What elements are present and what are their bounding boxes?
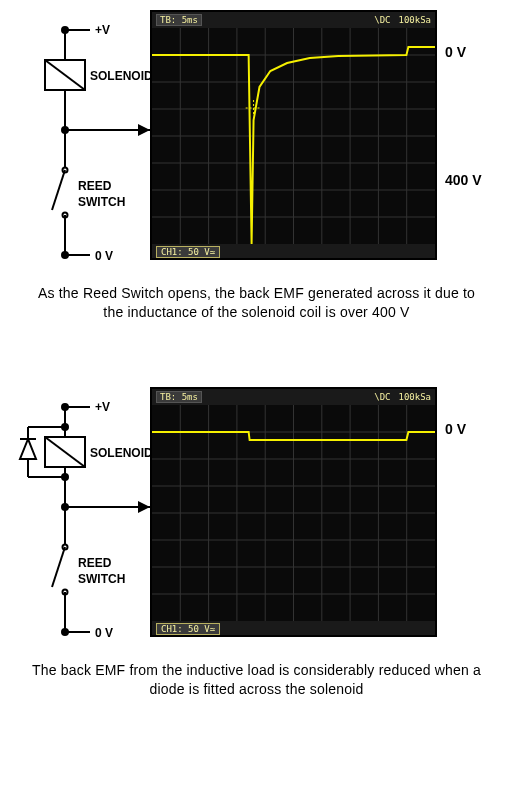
coupling-label-2: \DC <box>374 392 390 402</box>
scope-1-header: TB: 5ms \DC 100kSa <box>152 12 435 28</box>
svg-marker-52 <box>138 501 150 513</box>
scope-1-trace-svg <box>152 28 435 244</box>
figure-1-row: +V SOLENOID REED SWITCH 0 V TB: 5ms \DC … <box>10 10 503 270</box>
svg-marker-41 <box>20 439 36 459</box>
oscilloscope-1: TB: 5ms \DC 100kSa <box>150 10 437 260</box>
figure-1: +V SOLENOID REED SWITCH 0 V TB: 5ms \DC … <box>0 0 513 337</box>
timebase-label: TB: 5ms <box>156 14 202 26</box>
schematic-no-diode: +V SOLENOID REED SWITCH 0 V <box>10 10 150 270</box>
figure-2: +V SOLENOID REED SWITCH 0 V TB: 5ms \DC … <box>0 377 513 714</box>
scope-2-header: TB: 5ms \DC 100kSa <box>152 389 435 405</box>
pos-rail-label-2: +V <box>95 400 110 414</box>
reed-label-2b: SWITCH <box>78 572 125 586</box>
scope-2-wrap: TB: 5ms \DC 100kSa <box>150 387 503 637</box>
oscilloscope-2: TB: 5ms \DC 100kSa <box>150 387 437 637</box>
neg-rail-label-2: 0 V <box>95 626 113 640</box>
coupling-label: \DC <box>374 15 390 25</box>
schematic-with-diode: +V SOLENOID REED SWITCH 0 V <box>10 387 150 647</box>
channel-label: CH1: 50 V≃ <box>156 246 220 258</box>
reed-label-1b: REED <box>78 556 112 570</box>
neg-rail-label: 0 V <box>95 249 113 263</box>
scope-1-wrap: TB: 5ms \DC 100kSa <box>150 10 503 260</box>
svg-marker-8 <box>138 124 150 136</box>
reed-label-1: REED <box>78 179 112 193</box>
channel-label-2: CH1: 50 V≃ <box>156 623 220 635</box>
scope-1-footer: CH1: 50 V≃ <box>152 244 435 260</box>
svg-line-11 <box>52 170 65 210</box>
svg-line-55 <box>52 547 65 587</box>
caption-2: The back EMF from the inductive load is … <box>10 661 503 699</box>
caption-1: As the Reed Switch opens, the back EMF g… <box>10 284 503 322</box>
schematic-svg-2: +V SOLENOID REED SWITCH 0 V <box>10 387 150 647</box>
scope-2-trace-svg <box>152 405 435 621</box>
400-volt-marker: 400 V <box>445 172 482 188</box>
schematic-svg: +V SOLENOID REED SWITCH 0 V <box>10 10 150 270</box>
pos-rail-label: +V <box>95 23 110 37</box>
svg-line-4 <box>45 60 85 90</box>
reed-label-2: SWITCH <box>78 195 125 209</box>
scope-2-footer: CH1: 50 V≃ <box>152 621 435 637</box>
scope-1-grid <box>152 28 435 244</box>
solenoid-label: SOLENOID <box>90 69 150 83</box>
sample-rate-label: 100kSa <box>398 15 431 25</box>
solenoid-label-2: SOLENOID <box>90 446 150 460</box>
zero-volt-marker: 0 V <box>445 44 466 60</box>
zero-volt-marker-2: 0 V <box>445 421 466 437</box>
timebase-label-2: TB: 5ms <box>156 391 202 403</box>
svg-line-47 <box>45 437 85 467</box>
scope-2-grid <box>152 405 435 621</box>
sample-rate-label-2: 100kSa <box>398 392 431 402</box>
figure-2-row: +V SOLENOID REED SWITCH 0 V TB: 5ms \DC … <box>10 387 503 647</box>
